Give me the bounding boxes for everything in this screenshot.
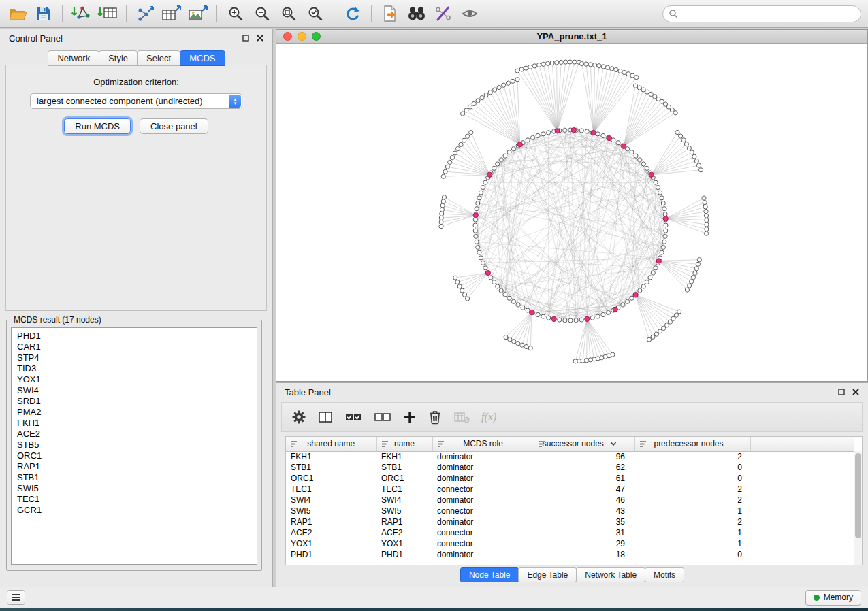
- table-cell[interactable]: PHD1: [286, 549, 376, 560]
- refresh-icon[interactable]: [342, 3, 363, 24]
- table-cell[interactable]: ORC1: [376, 473, 432, 484]
- table-cell[interactable]: 62: [534, 462, 634, 473]
- network-graph[interactable]: [276, 44, 867, 381]
- search-box[interactable]: [662, 5, 861, 22]
- mcds-result-item[interactable]: PHD1: [17, 331, 251, 342]
- table-cell[interactable]: 0: [634, 473, 750, 484]
- mcds-result-item[interactable]: GCR1: [17, 505, 251, 516]
- run-mcds-button[interactable]: Run MCDS: [64, 118, 131, 134]
- table-cell[interactable]: 1: [634, 527, 750, 538]
- table-cell[interactable]: 2: [634, 451, 750, 462]
- table-cell[interactable]: TEC1: [286, 484, 376, 495]
- table-cell[interactable]: YOX1: [286, 538, 376, 549]
- table-cell[interactable]: 43: [534, 506, 634, 516]
- table-row[interactable]: PHD1PHD1dominator180: [286, 549, 854, 560]
- tab-network-table[interactable]: Network Table: [576, 567, 645, 582]
- tab-style[interactable]: Style: [99, 50, 138, 66]
- table-cell[interactable]: connector: [432, 527, 534, 538]
- import-network-icon[interactable]: [71, 3, 91, 24]
- mcds-result-item[interactable]: ORC1: [17, 450, 251, 461]
- tab-select[interactable]: Select: [137, 50, 180, 66]
- table-cell[interactable]: RAP1: [286, 516, 376, 527]
- table-cell[interactable]: 29: [534, 538, 634, 549]
- settings-gear-icon[interactable]: [291, 410, 306, 425]
- column-header-predecessor-nodes[interactable]: predecessor nodes: [634, 437, 750, 451]
- window-maximize-icon[interactable]: [312, 32, 321, 41]
- column-menu-icon[interactable]: [381, 440, 389, 450]
- table-cell[interactable]: 0: [634, 549, 750, 560]
- export-image-icon[interactable]: [188, 3, 208, 24]
- table-cell[interactable]: 2: [634, 484, 750, 495]
- select-all-icon[interactable]: [344, 410, 362, 424]
- network-canvas[interactable]: [276, 44, 867, 381]
- table-cell[interactable]: ACE2: [376, 527, 432, 538]
- table-cell[interactable]: ORC1: [286, 473, 376, 484]
- first-neighbors-icon[interactable]: [406, 3, 427, 24]
- show-graphics-details-icon[interactable]: [460, 3, 480, 24]
- table-row[interactable]: ACE2ACE2connector311: [286, 527, 854, 538]
- table-cell[interactable]: connector: [432, 538, 534, 549]
- table-cell[interactable]: 61: [534, 473, 634, 484]
- search-input[interactable]: [681, 8, 855, 20]
- close-panel-button[interactable]: Close panel: [140, 118, 208, 134]
- tab-mcds[interactable]: MCDS: [180, 50, 225, 66]
- scrollbar-thumb[interactable]: [855, 453, 861, 538]
- table-cell[interactable]: STB1: [286, 462, 376, 473]
- table-row[interactable]: RAP1RAP1dominator352: [286, 516, 854, 527]
- table-cell[interactable]: 47: [534, 484, 634, 495]
- table-cell[interactable]: SWI4: [286, 495, 376, 506]
- table-cell[interactable]: dominator: [432, 462, 534, 473]
- mcds-result-item[interactable]: YOX1: [17, 374, 251, 385]
- memory-button[interactable]: Memory: [805, 590, 861, 606]
- tab-node-table[interactable]: Node Table: [460, 567, 519, 582]
- mcds-result-item[interactable]: STP4: [17, 352, 251, 363]
- table-row[interactable]: SWI4SWI4dominator462: [286, 495, 854, 506]
- import-table-icon[interactable]: [97, 3, 118, 24]
- hide-edges-icon[interactable]: [433, 3, 453, 24]
- mcds-result-item[interactable]: CAR1: [17, 342, 251, 352]
- column-header-shared-name[interactable]: shared name: [286, 437, 376, 451]
- float-panel-icon[interactable]: [242, 35, 249, 42]
- close-panel-icon[interactable]: [852, 389, 859, 395]
- mcds-result-item[interactable]: RAP1: [17, 461, 251, 472]
- delete-column-icon[interactable]: [428, 410, 442, 425]
- add-column-icon[interactable]: [403, 410, 417, 424]
- mcds-result-item[interactable]: SWI5: [17, 483, 251, 494]
- mcds-result-item[interactable]: TID3: [17, 363, 251, 374]
- column-header-mcds-role[interactable]: MCDS role: [432, 437, 534, 451]
- share-document-icon[interactable]: [380, 3, 400, 24]
- show-columns-icon[interactable]: [318, 410, 333, 424]
- column-header-name[interactable]: name: [376, 437, 432, 451]
- table-cell[interactable]: FKH1: [376, 451, 432, 462]
- table-cell[interactable]: 1: [634, 506, 750, 516]
- table-row[interactable]: TEC1TEC1connector472: [286, 484, 854, 495]
- table-cell[interactable]: dominator: [432, 516, 534, 527]
- table-row[interactable]: STB1STB1dominator620: [286, 462, 854, 473]
- mcds-result-item[interactable]: SRD1: [17, 396, 251, 407]
- table-row[interactable]: SWI5SWI5connector431: [286, 506, 854, 516]
- export-network-icon[interactable]: [135, 3, 155, 24]
- table-row[interactable]: FKH1FKH1dominator962: [286, 451, 854, 462]
- table-cell[interactable]: 18: [534, 549, 634, 560]
- table-cell[interactable]: dominator: [432, 473, 534, 484]
- table-cell[interactable]: connector: [432, 484, 534, 495]
- table-cell[interactable]: 35: [534, 516, 634, 527]
- deselect-all-icon[interactable]: [374, 410, 391, 424]
- mcds-result-item[interactable]: PMA2: [17, 407, 251, 418]
- table-cell[interactable]: PHD1: [376, 549, 432, 560]
- mcds-result-item[interactable]: FKH1: [17, 418, 251, 429]
- table-cell[interactable]: dominator: [432, 451, 534, 462]
- table-cell[interactable]: RAP1: [376, 516, 432, 527]
- export-table-icon[interactable]: [161, 3, 182, 24]
- show-panels-menu-icon[interactable]: [7, 590, 25, 605]
- mcds-result-item[interactable]: SWI4: [17, 385, 251, 396]
- criterion-dropdown[interactable]: largest connected component (undirected)…: [30, 93, 242, 109]
- column-menu-icon[interactable]: [539, 440, 546, 450]
- zoom-in-icon[interactable]: [225, 3, 246, 24]
- table-cell[interactable]: SWI4: [376, 495, 432, 506]
- table-cell[interactable]: 46: [534, 495, 634, 506]
- table-row[interactable]: ORC1ORC1dominator610: [286, 473, 854, 484]
- table-cell[interactable]: TEC1: [376, 484, 432, 495]
- table-cell[interactable]: YOX1: [376, 538, 432, 549]
- table-cell[interactable]: STB1: [376, 462, 432, 473]
